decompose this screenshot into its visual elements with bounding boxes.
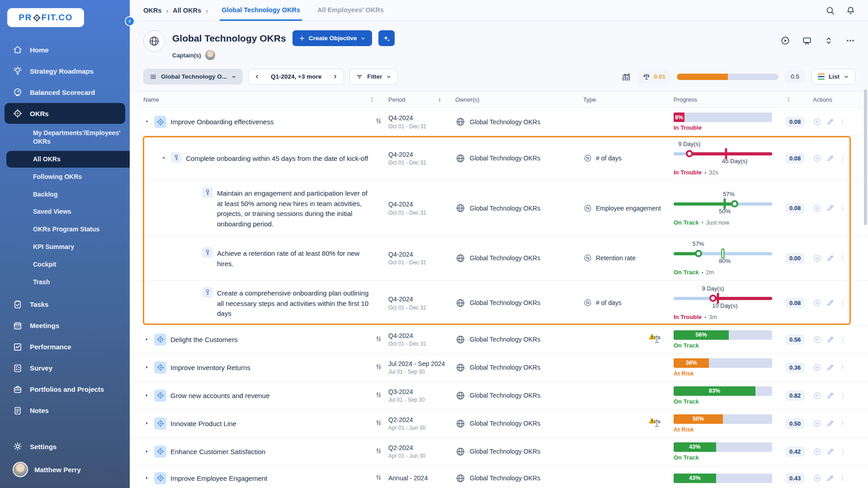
create-objective-button[interactable]: Create Objective [292,30,373,46]
sidebar-item-balanced-scorecard[interactable]: Balanced Scorecard [5,82,125,103]
edit-button[interactable] [826,420,834,427]
column-header-name[interactable]: Name [143,96,159,103]
alignment-score-chip[interactable]: 0.01 [637,70,670,84]
sort-direction-icon[interactable] [437,97,443,103]
row-menu-button[interactable] [839,336,846,343]
row-menu-button[interactable] [839,364,846,371]
slider-knob[interactable] [709,295,717,302]
edit-button[interactable] [826,204,834,212]
column-header-owners[interactable]: Owner(s) [455,96,479,103]
okr-name[interactable]: Delight the Customers [170,333,237,345]
profit-co-logo[interactable]: PRFIT.CO [7,8,84,27]
breadcrumb-all-okrs[interactable]: All OKRs [173,7,201,14]
period-label[interactable]: Q1-2024, +3 more [265,69,327,84]
add-key-result-button[interactable] [813,335,821,344]
add-key-result-button[interactable] [813,117,821,126]
ai-assist-button[interactable] [378,30,395,46]
row-menu-button[interactable] [839,205,846,212]
add-key-result-button[interactable] [813,254,821,263]
add-key-result-button[interactable] [813,474,821,483]
sidebar-item-notes[interactable]: Notes [5,400,125,421]
add-key-result-button[interactable] [813,419,821,428]
expand-caret[interactable] [143,363,150,372]
sidebar-subitem-my-departments-employees-okrs[interactable]: My Departments'/Employees' OKRs [6,125,130,150]
okr-name[interactable]: Improve Onboarding effectiveness [170,116,274,127]
alignment-icon[interactable] [375,474,382,481]
edit-button[interactable] [826,254,834,262]
view-selector-button[interactable]: Global Technology O... [143,69,243,84]
sidebar-subitem-backlog[interactable]: Backlog [6,186,130,203]
column-header-progress[interactable]: Progress [674,96,697,103]
row-menu-button[interactable] [839,254,846,262]
alignment-icon[interactable] [375,117,382,125]
row-menu-button[interactable] [839,420,846,427]
row-menu-button[interactable] [839,118,846,126]
edit-button[interactable] [826,118,834,126]
sidebar-subitem-kpi-summary[interactable]: KPI Summary [6,239,130,255]
column-header-type[interactable]: Type [583,96,596,103]
alignment-icon[interactable] [375,391,382,399]
okr-name[interactable]: Maintain an engagement and participation… [217,187,375,229]
expand-caret[interactable] [143,335,150,344]
expand-caret[interactable] [143,419,150,428]
edit-button[interactable] [826,364,834,371]
expand-caret[interactable] [143,474,150,483]
notifications-icon[interactable] [846,6,855,15]
okr-name[interactable]: Achieve a retention rate of at least 80%… [217,247,375,269]
sort-icon[interactable] [786,97,792,103]
sidebar-item-portfolios-and-projects[interactable]: Portfolios and Projects [5,379,125,400]
okr-name[interactable]: Grow new accounts and revenue [170,389,269,401]
sidebar-subitem-cockpit[interactable]: Cockpit [6,256,130,273]
edit-button[interactable] [826,336,834,343]
sidebar-subitem-all-okrs[interactable]: All OKRs [6,151,130,168]
sidebar-item-tasks[interactable]: Tasks [5,294,125,315]
breadcrumb-okrs[interactable]: OKRs [143,7,161,14]
slider-knob[interactable] [731,200,738,207]
add-key-result-button[interactable] [813,204,821,212]
more-options-icon[interactable] [845,36,855,46]
add-key-result-button[interactable] [813,391,821,400]
alignment-icon[interactable] [375,335,382,343]
presentation-icon[interactable] [802,36,812,46]
add-key-result-button[interactable] [813,154,821,163]
edit-button[interactable] [826,155,834,162]
sidebar-subitem-okrs-program-status[interactable]: OKRs Program Status [6,221,130,238]
edit-button[interactable] [826,474,834,482]
expand-caret[interactable] [143,117,150,126]
add-key-result-button[interactable] [813,447,821,456]
sidebar-collapse-button[interactable] [125,16,135,26]
period-prev-button[interactable] [249,69,265,84]
column-header-period[interactable]: Period [388,96,406,103]
okr-name[interactable]: Create a comprehensive onboarding plan o… [217,287,375,319]
chart-icon[interactable] [621,72,631,82]
slider-knob[interactable] [695,250,702,257]
expand-caret[interactable] [143,391,150,400]
alignment-warning-icon[interactable] [648,418,662,429]
sort-icon[interactable] [369,97,375,103]
row-menu-button[interactable] [839,474,846,482]
sidebar-subitem-saved-views[interactable]: Saved Views [6,203,130,220]
sidebar-item-survey[interactable]: Survey [5,358,125,379]
row-menu-button[interactable] [839,155,846,162]
sidebar-item-home[interactable]: Home [5,39,125,60]
expand-vertical-icon[interactable] [824,36,834,46]
sidebar-item-settings[interactable]: Settings [5,436,125,457]
play-circle-icon[interactable] [780,36,790,46]
row-menu-button[interactable] [839,448,846,455]
view-mode-button[interactable]: List [811,69,855,84]
sidebar-subitem-trash[interactable]: Trash [6,274,130,291]
captain-avatar[interactable] [205,50,216,61]
okr-name[interactable]: Innovate Product Line [170,418,236,429]
row-menu-button[interactable] [839,392,846,399]
okr-name[interactable]: Complete onboarding within 45 days from … [186,152,368,164]
okr-name[interactable]: Enhance Customer Satisfaction [170,446,265,457]
period-next-button[interactable] [327,69,344,84]
alignment-icon[interactable] [375,419,382,427]
sidebar-user[interactable]: Matthew Perry [5,457,125,482]
alignment-warning-icon[interactable] [648,333,662,345]
sidebar-item-strategy-roadmaps[interactable]: Strategy Roadmaps [5,61,125,81]
expand-caret[interactable] [160,154,167,163]
add-key-result-button[interactable] [813,363,821,372]
tab-global-technology-okrs[interactable]: Global Technology OKRs [220,0,302,21]
add-key-result-button[interactable] [813,299,821,307]
